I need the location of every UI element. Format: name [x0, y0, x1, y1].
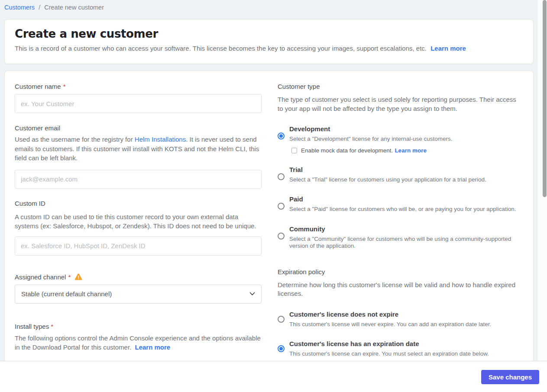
page-description-text: This is a record of a customer who can a…: [15, 45, 427, 52]
mock-data-checkbox-row: Enable mock data for development. Learn …: [291, 147, 453, 154]
mock-data-checkbox[interactable]: [291, 148, 297, 153]
customer-type-option-community: Community Select a "Community" license f…: [278, 225, 521, 250]
scrollbar-track[interactable]: [537, 0, 547, 361]
customer-type-option-development: Development Select a "Development" licen…: [278, 125, 521, 154]
install-types-description: The following options control the Admin …: [15, 334, 262, 352]
expiration-policy-options: Customer's license does not expire This …: [278, 311, 521, 358]
radio-column: [278, 195, 289, 213]
assigned-channel-label: Assigned channel *: [15, 273, 262, 281]
customer-email-label: Customer email: [15, 124, 262, 132]
expiration-policy-heading: Expiration policy: [278, 268, 521, 275]
page-title: Create a new customer: [15, 27, 523, 40]
customer-name-label-text: Customer name: [15, 83, 61, 90]
install-types-learn-more-link[interactable]: Learn more: [135, 343, 170, 351]
customer-email-input[interactable]: [15, 170, 262, 189]
trial-option-title[interactable]: Trial: [289, 166, 486, 173]
development-option-description: Select a "Development" license for any i…: [289, 136, 453, 143]
radio-column: [278, 125, 289, 154]
breadcrumb: Customers / Create new customer: [4, 4, 104, 11]
radio-column: [278, 311, 289, 328]
community-option-description: Select a "Community" license for custome…: [289, 236, 521, 250]
chevron-down-icon: [249, 292, 255, 296]
license-has-expiration-description: This customer's license can expire. You …: [289, 350, 489, 358]
install-types-label-text: Install types: [15, 323, 49, 330]
custom-id-label-text: Custom ID: [15, 200, 45, 207]
customer-type-heading: Customer type: [278, 83, 521, 90]
customer-type-options: Development Select a "Development" licen…: [278, 125, 521, 250]
option-content: Customer's license does not expire This …: [289, 311, 491, 328]
customer-type-description: The type of customer you select is used …: [278, 95, 521, 113]
license-does-not-expire-radio[interactable]: [278, 316, 285, 323]
option-content: Development Select a "Development" licen…: [289, 125, 453, 154]
customer-name-input[interactable]: [15, 94, 262, 113]
radio-column: [278, 225, 289, 250]
customer-email-label-text: Customer email: [15, 124, 60, 132]
breadcrumb-customers-link[interactable]: Customers: [4, 4, 35, 11]
development-option-title[interactable]: Development: [289, 125, 453, 133]
required-asterisk: *: [68, 273, 71, 281]
customer-name-label: Customer name *: [15, 83, 262, 90]
community-option-title[interactable]: Community: [289, 225, 521, 233]
helm-installations-link[interactable]: Helm Installations: [135, 136, 186, 143]
trial-radio[interactable]: [278, 173, 285, 180]
create-customer-form-card: Customer name * Customer email Used as t…: [4, 71, 534, 392]
license-has-expiration-radio[interactable]: [278, 345, 285, 352]
trial-option-description: Select a "Trial" license for customers u…: [289, 176, 486, 184]
custom-id-description: A custom ID can be used to tie this cust…: [15, 212, 262, 231]
warning-icon: [74, 273, 82, 280]
mock-data-checkbox-label: Enable mock data for development.: [301, 147, 393, 154]
customer-email-description: Used as the username for the registry fo…: [15, 135, 262, 163]
expiration-option-no-expire: Customer's license does not expire This …: [278, 311, 521, 328]
install-types-label: Install types *: [15, 323, 262, 330]
header-learn-more-link[interactable]: Learn more: [430, 45, 466, 52]
option-content: Community Select a "Community" license f…: [289, 225, 521, 250]
breadcrumb-current: Create new customer: [44, 4, 104, 11]
option-content: Trial Select a "Trial" license for custo…: [289, 166, 486, 184]
development-radio[interactable]: [278, 133, 285, 139]
custom-id-label: Custom ID: [15, 200, 262, 207]
form-right-column: Customer type The type of customer you s…: [278, 71, 521, 370]
option-content: Customer's license has an expiration dat…: [289, 340, 489, 358]
footer-bar: Save changes: [0, 361, 547, 392]
license-has-expiration-title[interactable]: Customer's license has an expiration dat…: [289, 340, 489, 347]
paid-option-title[interactable]: Paid: [289, 195, 516, 203]
page-header-card: Create a new customer This is a record o…: [4, 19, 534, 64]
customer-email-desc-text: Used as the username for the registry fo…: [15, 136, 135, 143]
radio-column: [278, 340, 289, 358]
save-changes-button[interactable]: Save changes: [481, 370, 539, 384]
custom-id-input[interactable]: [15, 236, 262, 256]
customer-type-option-paid: Paid Select a "Paid" license for custome…: [278, 195, 521, 213]
radio-column: [278, 166, 289, 184]
assigned-channel-selected-value: Stable (current default channel): [21, 290, 112, 298]
page-description: This is a record of a customer who can a…: [15, 45, 523, 52]
community-radio[interactable]: [278, 233, 285, 240]
assigned-channel-select[interactable]: Stable (current default channel): [15, 285, 262, 304]
expiration-policy-description: Determine how long this customer's licen…: [278, 281, 521, 298]
option-content: Paid Select a "Paid" license for custome…: [289, 195, 516, 213]
scrollbar-thumb[interactable]: [543, 0, 547, 197]
required-asterisk: *: [51, 323, 53, 330]
paid-option-description: Select a "Paid" license for customers wh…: [289, 206, 516, 213]
assigned-channel-label-text: Assigned channel: [15, 273, 66, 281]
license-does-not-expire-title[interactable]: Customer's license does not expire: [289, 311, 491, 318]
license-does-not-expire-description: This customer's license will never expir…: [289, 321, 491, 328]
required-asterisk: *: [63, 83, 66, 90]
mock-data-learn-more-link[interactable]: Learn more: [395, 147, 427, 154]
breadcrumb-separator: /: [39, 4, 40, 11]
customer-type-option-trial: Trial Select a "Trial" license for custo…: [278, 166, 521, 184]
paid-radio[interactable]: [278, 203, 285, 210]
form-left-column: Customer name * Customer email Used as t…: [15, 71, 262, 352]
expiration-option-has-date: Customer's license has an expiration dat…: [278, 340, 521, 358]
